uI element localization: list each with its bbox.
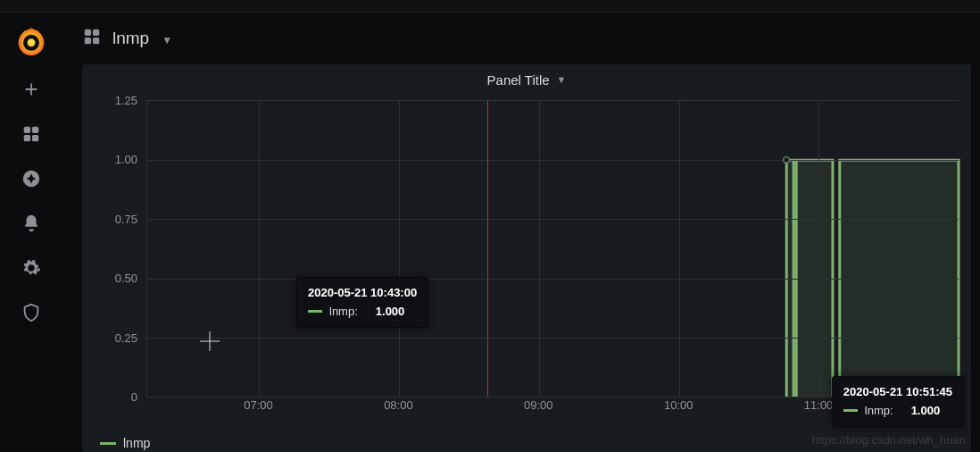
panel: Panel Title ▼ 00.250.500.751.001.25 07:0… (82, 64, 971, 452)
series-color-swatch (100, 442, 116, 445)
svg-rect-1 (32, 127, 38, 133)
svg-rect-3 (32, 135, 38, 141)
x-tick-label: 10:00 (664, 398, 693, 412)
chart-area[interactable]: 00.250.500.751.001.25 07:0008:0009:0010:… (96, 100, 959, 425)
main: lnmp ▼ Panel Title ▼ 00.250.500.751.001.… (62, 13, 980, 452)
panel-title-row[interactable]: Panel Title ▼ (82, 64, 971, 95)
dashboards-icon[interactable] (19, 121, 44, 146)
tooltip-time: 2020-05-21 10:51:45 (843, 385, 952, 398)
series-line (147, 101, 959, 397)
y-tick-label: 0.50 (115, 272, 137, 285)
tooltip: 2020-05-21 10:43:00 lnmp: 1.000 (296, 277, 428, 328)
svg-rect-7 (85, 38, 91, 44)
app-root: lnmp ▼ Panel Title ▼ 00.250.500.751.001.… (0, 13, 980, 452)
y-tick-label: 0 (131, 390, 137, 404)
chevron-down-icon: ▼ (557, 74, 567, 85)
window-top-strip (0, 0, 980, 13)
y-tick-label: 0.75 (115, 212, 137, 225)
y-tick-label: 1.25 (115, 94, 137, 107)
x-tick-label: 08:00 (384, 398, 413, 412)
series-color-swatch (308, 310, 322, 313)
tooltip-series: lnmp: (865, 404, 893, 417)
dashboards-icon[interactable] (82, 27, 102, 50)
time-marker (487, 101, 488, 397)
tooltip-value: 1.000 (911, 404, 941, 417)
shield-icon[interactable] (19, 300, 44, 325)
tooltip-value: 1.000 (376, 305, 405, 318)
hover-point (783, 156, 790, 163)
y-axis: 00.250.500.751.001.25 (96, 100, 146, 397)
legend-label: lnmp (123, 436, 150, 450)
x-tick-label: 09:00 (524, 398, 553, 412)
y-tick-label: 1.00 (115, 153, 137, 166)
plus-icon[interactable] (19, 77, 44, 102)
tooltip-series: lnmp: (329, 305, 358, 318)
x-tick-label: 07:00 (244, 398, 273, 412)
svg-rect-5 (85, 29, 91, 36)
series-color-swatch (843, 409, 858, 412)
x-tick-label: 11:00 (804, 398, 834, 412)
legend-item[interactable]: lnmp (100, 436, 150, 450)
gear-icon[interactable] (19, 255, 44, 280)
sidebar (0, 13, 62, 452)
header: lnmp ▼ (62, 13, 980, 64)
explore-icon[interactable] (19, 166, 44, 191)
alert-icon[interactable] (19, 211, 44, 236)
panel-wrap: Panel Title ▼ 00.250.500.751.001.25 07:0… (62, 64, 980, 452)
tooltip-time: 2020-05-21 10:43:00 (308, 286, 417, 299)
svg-rect-8 (93, 38, 99, 44)
watermark: https://blog.csdn.net/wh_huan (811, 433, 966, 447)
y-tick-label: 0.25 (115, 331, 137, 344)
chevron-down-icon[interactable]: ▼ (162, 34, 172, 46)
plot[interactable] (146, 100, 959, 397)
panel-title: Panel Title (487, 72, 550, 88)
svg-rect-2 (24, 135, 30, 141)
grafana-logo[interactable] (15, 25, 47, 57)
svg-rect-6 (93, 29, 99, 36)
svg-rect-0 (24, 127, 30, 133)
tooltip: 2020-05-21 10:51:45 lnmp: 1.000 (832, 376, 964, 427)
dashboard-name[interactable]: lnmp (112, 29, 149, 48)
